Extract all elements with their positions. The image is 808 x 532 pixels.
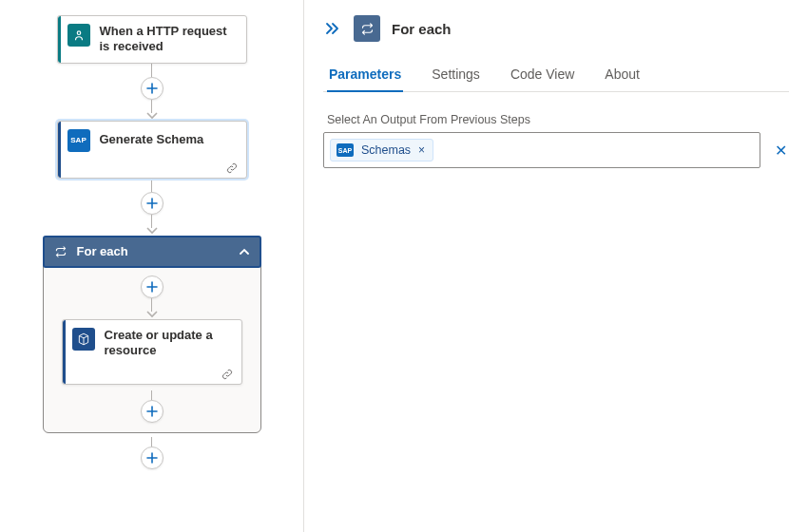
link-icon [225, 162, 239, 175]
node-generate-schema[interactable]: SAP Generate Schema [57, 121, 247, 179]
loop-icon [54, 245, 67, 258]
tab-parameters[interactable]: Parameters [327, 59, 403, 91]
arrow-down-icon [146, 111, 158, 121]
node-label: Create or update a resource [105, 328, 232, 359]
node-accent [58, 122, 61, 178]
panel-tabs: Parameters Settings Code View About [323, 59, 789, 92]
for-each-label: For each [77, 244, 128, 258]
sap-icon: SAP [337, 143, 354, 157]
connector [141, 437, 164, 469]
add-step-button[interactable] [141, 276, 164, 298]
node-accent [58, 16, 61, 63]
panel-title: For each [392, 21, 452, 37]
arrow-down-icon [146, 310, 158, 319]
connector [141, 179, 164, 236]
output-field-label: Select An Output From Previous Steps [327, 113, 789, 126]
for-each-header[interactable]: For each [43, 236, 261, 268]
link-icon [221, 368, 234, 381]
node-label: Generate Schema [100, 132, 204, 147]
token-label: Schemas [361, 143, 411, 157]
token-schemas[interactable]: SAP Schemas × [330, 139, 433, 162]
collapse-panel-button[interactable] [323, 18, 342, 39]
add-step-button[interactable] [141, 192, 164, 215]
details-panel: For each Parameters Settings Code View A… [304, 0, 808, 532]
node-label: When a HTTP request is received [100, 24, 237, 55]
add-step-button[interactable] [141, 400, 164, 423]
node-for-each-container[interactable]: For each Create or update a resource [43, 236, 261, 434]
node-http-trigger[interactable]: When a HTTP request is received [57, 15, 247, 64]
token-remove-button[interactable]: × [418, 144, 425, 156]
node-create-resource[interactable]: Create or update a resource [62, 319, 242, 386]
arrow-down-icon [146, 226, 158, 236]
designer-canvas: When a HTTP request is received SAP Gene… [0, 0, 304, 532]
chevron-up-icon[interactable] [239, 246, 250, 257]
tab-settings[interactable]: Settings [430, 59, 482, 91]
node-accent [63, 320, 66, 385]
svg-point-0 [77, 31, 81, 35]
connector [44, 276, 260, 319]
cube-icon [72, 328, 95, 351]
connector [141, 64, 164, 121]
loop-icon [354, 15, 380, 42]
http-receive-icon [67, 24, 90, 47]
add-step-button[interactable] [141, 446, 164, 469]
clear-field-button[interactable]: ✕ [772, 142, 789, 160]
sap-icon: SAP [67, 129, 90, 152]
output-selector-input[interactable]: SAP Schemas × [323, 132, 760, 168]
add-step-button[interactable] [141, 77, 164, 100]
tab-code-view[interactable]: Code View [509, 59, 576, 91]
connector [44, 390, 260, 423]
tab-about[interactable]: About [603, 59, 642, 91]
